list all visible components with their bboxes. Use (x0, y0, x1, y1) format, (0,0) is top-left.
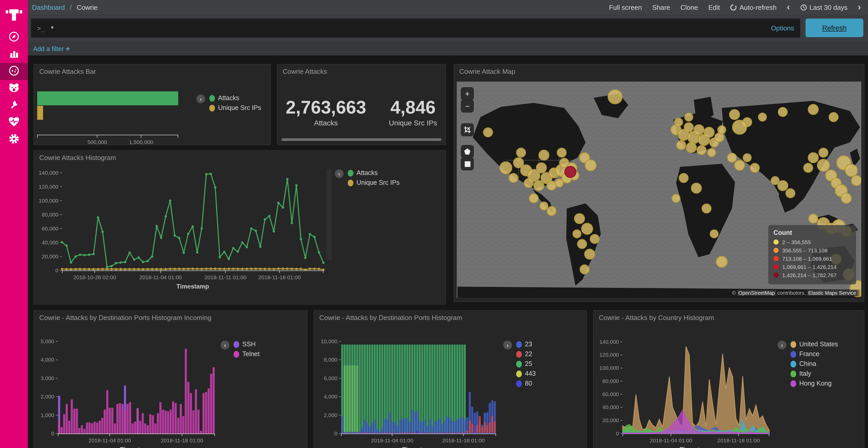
attack-bubble[interactable] (778, 107, 787, 116)
attack-bubble[interactable] (608, 90, 622, 104)
legend-item-france[interactable]: France (790, 350, 838, 358)
attack-bubble[interactable] (573, 230, 581, 238)
attack-bubble[interactable] (547, 181, 556, 190)
attack-bubble[interactable] (702, 204, 711, 213)
attack-bubble[interactable] (743, 153, 751, 162)
attack-bubble-high[interactable] (565, 167, 576, 177)
attack-bubble[interactable] (672, 194, 680, 202)
attack-bubble[interactable] (540, 202, 548, 210)
attack-bubble[interactable] (524, 179, 533, 187)
sidebar-item-dashboard[interactable] (0, 63, 28, 80)
legend-item-attacks[interactable]: Attacks (348, 169, 400, 176)
legend-item-port-25[interactable]: 25 (516, 360, 536, 368)
search-input[interactable] (50, 24, 771, 33)
attack-bubble[interactable] (536, 163, 547, 173)
panel-title[interactable]: Cowrie - Attacks by Destination Ports Hi… (34, 311, 307, 322)
sidebar-item-devtools[interactable] (0, 97, 28, 114)
time-forward-chevron[interactable]: › (858, 2, 861, 11)
legend-toggle-chevron[interactable]: › (196, 95, 205, 103)
breadcrumb-dashboard-link[interactable]: Dashboard (32, 3, 65, 11)
attack-bubble[interactable] (727, 153, 737, 162)
attack-bubble[interactable] (547, 206, 556, 215)
attack-bubble[interactable] (529, 194, 538, 203)
attack-bubble[interactable] (715, 133, 723, 142)
osm-link[interactable]: OpenStreetMap (737, 290, 776, 296)
attack-bubble[interactable] (710, 230, 718, 238)
attack-bubble[interactable] (808, 152, 818, 163)
attack-bubble[interactable] (845, 164, 858, 176)
legend-item-united-states[interactable]: United States (790, 341, 838, 348)
panel-title[interactable]: Cowrie Attacks Histogram (34, 151, 445, 163)
attack-bubble[interactable] (730, 109, 740, 119)
attacks-hbar-chart[interactable]: 500,0001,500,000 (34, 87, 189, 145)
attack-bubble[interactable] (704, 127, 714, 137)
legend-toggle-chevron[interactable]: › (335, 169, 344, 178)
add-filter-button[interactable]: Add a filter + (33, 44, 70, 53)
attack-bubble[interactable] (539, 150, 549, 160)
attack-bubble[interactable] (578, 240, 586, 248)
attack-bubble[interactable] (819, 148, 828, 157)
attack-bubble[interactable] (817, 159, 830, 171)
attack-bubble[interactable] (582, 223, 593, 234)
attack-bubble[interactable] (716, 256, 727, 267)
sidebar-item-bear[interactable] (0, 80, 28, 97)
legend-item-china[interactable]: China (790, 360, 838, 368)
map-zoom-in-button[interactable]: + (461, 88, 473, 100)
attack-bubble[interactable] (771, 176, 779, 184)
map-polygon-tool-button[interactable] (461, 145, 473, 158)
attack-bubble[interactable] (585, 249, 595, 259)
attack-bubble[interactable] (675, 118, 683, 126)
fullscreen-button[interactable]: Full screen (609, 3, 642, 11)
legend-item-italy[interactable]: Italy (790, 370, 838, 377)
legend-item-telnet[interactable]: Telnet (234, 350, 259, 358)
panel-title[interactable]: Cowrie Attacks (277, 65, 445, 76)
refresh-button[interactable]: Refresh (805, 19, 863, 37)
attack-bubble[interactable] (758, 113, 767, 121)
time-back-chevron[interactable]: ‹ (787, 2, 790, 11)
attack-bubble[interactable] (685, 113, 692, 121)
attack-bubble[interactable] (534, 181, 544, 191)
attack-bubble[interactable] (786, 188, 795, 198)
options-link[interactable]: Options (771, 24, 794, 32)
attack-bubble[interactable] (733, 120, 747, 134)
legend-item-port-80[interactable]: 80 (516, 380, 536, 387)
legend-item-unique[interactable]: Unique Src IPs (209, 104, 261, 111)
attack-bubble[interactable] (851, 175, 861, 185)
map-crop-tool-button[interactable] (461, 124, 473, 136)
panel-title[interactable]: Cowrie - Attacks by Country Histogram (594, 311, 864, 322)
attack-bubble[interactable] (708, 149, 716, 157)
autorefresh-button[interactable]: Auto-refresh (730, 3, 777, 11)
sidebar-item-visualize[interactable] (0, 46, 28, 63)
attack-bubble[interactable] (555, 179, 563, 187)
horizontal-scrollbar[interactable] (282, 138, 441, 141)
attack-bubble[interactable] (804, 163, 813, 172)
attack-bubble[interactable] (580, 265, 589, 274)
attack-bubble[interactable] (585, 160, 596, 171)
ports-bar-chart[interactable]: 02,0004,0006,0008,00010,0002018-11-04 01… (314, 324, 501, 448)
legend-item-port-443[interactable]: 443 (516, 370, 536, 377)
attack-bubble[interactable] (694, 125, 704, 135)
attack-bubble[interactable] (557, 148, 566, 157)
attack-bubble[interactable] (590, 234, 599, 243)
map-zoom-out-button[interactable]: − (461, 100, 473, 112)
sidebar-item-monitoring[interactable] (0, 114, 28, 131)
attack-bubble[interactable] (750, 163, 759, 172)
legend-item-attacks[interactable]: Attacks (209, 95, 261, 102)
legend-item-port-23[interactable]: 23 (516, 341, 536, 348)
attack-bubble[interactable] (686, 142, 696, 152)
attack-bubble[interactable] (677, 140, 686, 149)
legend-toggle-chevron[interactable]: › (221, 341, 229, 349)
share-button[interactable]: Share (652, 3, 670, 11)
attack-bubble[interactable] (809, 214, 817, 223)
attack-bubble[interactable] (735, 160, 745, 170)
map-rectangle-tool-button[interactable] (461, 158, 473, 170)
attacks-line-chart[interactable]: 020,00040,00060,00080,000100,000120,0001… (34, 165, 365, 299)
attack-bubble[interactable] (679, 173, 688, 182)
ports-incoming-bar-chart[interactable]: 01,0002,0003,0004,0005,0002018-11-04 01:… (34, 324, 220, 448)
sidebar-item-management[interactable] (0, 131, 28, 148)
legend-toggle-chevron[interactable]: › (778, 341, 786, 349)
legend-item-unique[interactable]: Unique Src IPs (348, 179, 400, 186)
legend-item-hong-kong[interactable]: Hong Kong (790, 380, 838, 387)
panel-title[interactable]: Cowrie Attack Map (454, 65, 864, 76)
sidebar-item-discover[interactable] (0, 29, 28, 46)
